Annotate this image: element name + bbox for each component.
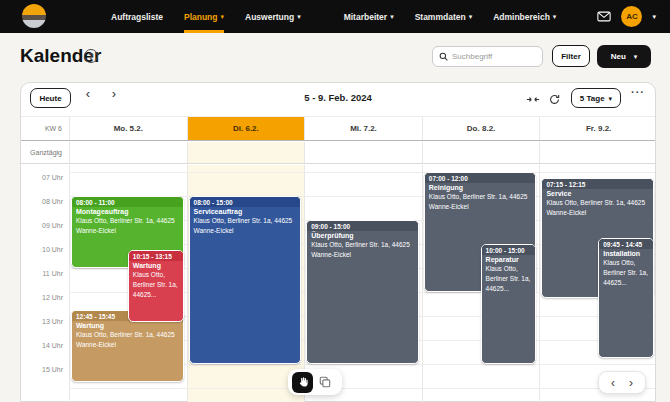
more-options-button[interactable]: ··· [631,86,645,98]
event-city: Wanne-Eickel [429,202,532,212]
mode-toolbar [288,369,342,395]
nav-item-stammdaten[interactable]: Stammdaten▾ [415,0,473,33]
top-nav: AuftragslistePlanung▾Auswertung▾Mitarbei… [0,0,670,33]
nav-item-planung[interactable]: Planung▾ [184,0,224,33]
help-icon[interactable]: ? [84,49,98,63]
nav-item-adminbereich[interactable]: Adminbereich▾ [493,0,556,33]
day-header-mo[interactable]: Mo. 5.2. [69,117,187,140]
nav-item-auftragsliste[interactable]: Auftragsliste [111,0,163,33]
day-header-mi[interactable]: Mi. 7.2. [304,117,422,140]
time-label: 13 Uhr [21,318,63,325]
collapse-icon[interactable] [526,91,540,109]
event-address: Klaus Otto, Berliner Str. 1a, 44625 [546,198,649,208]
column-divider [69,165,70,402]
time-label: 14 Uhr [21,342,63,349]
search-box [432,46,543,67]
pager-next-button[interactable]: › [629,377,633,389]
event-address: Klaus Otto, Berliner Str. 1a, 44625... [603,258,649,287]
nav-item-auswertung[interactable]: Auswertung▾ [245,0,301,33]
column-divider [304,165,305,402]
app-logo[interactable] [22,4,46,28]
calendar-panel: Heute ‹ › 5 - 9. Feb. 2024 5 Tage ▾ ··· … [20,82,656,402]
event-title: Serviceauftrag [194,208,297,215]
filter-button[interactable]: Filter [552,45,590,67]
event-title: Service [546,190,649,197]
user-avatar[interactable]: AC [621,6,642,27]
event-address: Klaus Otto, Berliner Str. 1a, 44625 [311,240,414,250]
event-wartung[interactable]: 10:15 - 13:15WartungKlaus Otto, Berliner… [128,250,184,322]
nav-item-label: Stammdaten [415,12,466,22]
event-time: 09:45 - 14:45 [599,239,653,249]
event-title: Überprüfung [311,232,414,239]
allday-label: Ganztägig [21,142,69,163]
view-select-caret-icon: ▾ [609,95,613,102]
day-header-do[interactable]: Do. 8.2. [422,117,540,140]
event-address: Klaus Otto, Berliner Str. 1a, 44625... [133,270,179,299]
allday-slot[interactable] [304,142,422,163]
allday-slot[interactable] [187,142,305,163]
page-header: Kalender ? Filter Neu ▾ [0,33,670,79]
event-address: Klaus Otto, Berliner Str. 1a, 44625 [429,192,532,202]
event-city: Wanne-Eickel [546,208,649,218]
time-label: 08 Uhr [21,198,63,205]
allday-slot[interactable] [422,142,540,163]
event-address: Klaus Otto, Berliner Str. 1a, 44625... [486,264,532,293]
event-time: 07:15 - 12:15 [542,179,653,189]
day-header-fr[interactable]: Fr. 9.2. [539,117,657,140]
allday-slot[interactable] [539,142,657,163]
time-label: 10 Uhr [21,246,63,253]
chevron-down-icon: ▾ [390,13,394,20]
time-label: 11 Uhr [21,270,63,277]
nav-item-label: Auftragsliste [111,12,163,22]
new-button-caret-icon: ▾ [634,53,638,60]
mail-icon[interactable] [597,11,611,22]
event-address: Klaus Otto, Berliner Str. 1a, 44625 [194,216,297,226]
time-grid: 07 Uhr08 Uhr09 Uhr10 Uhr11 Uhr12 Uhr13 U… [21,165,655,402]
view-select-label: 5 Tage [580,94,605,103]
nav-item-label: Planung [184,12,218,22]
event-title: Montageauftrag [76,208,179,215]
event-time: 08:00 - 15:00 [190,197,301,207]
event-address: Klaus Otto, Berliner Str. 1a, 44625 [76,216,179,226]
chevron-down-icon: ▾ [469,13,473,20]
column-divider [422,165,423,402]
event-title: Installation [603,250,649,257]
event-serviceauftrag[interactable]: 08:00 - 15:00ServiceauftragKlaus Otto, B… [189,196,302,364]
time-label: 09 Uhr [21,222,63,229]
event-überprüfung[interactable]: 09:00 - 15:00ÜberprüfungKlaus Otto, Berl… [306,220,419,364]
event-title: Wartung [76,322,179,329]
hour-line [69,172,655,173]
chevron-down-icon: ▾ [553,13,557,20]
event-time: 08:00 - 11:00 [72,197,183,207]
week-number: KW 6 [21,117,69,140]
event-address: Klaus Otto, Berliner Str. 1a, 44625 [76,330,179,340]
nav-item-mitarbeiter[interactable]: Mitarbeiter▾ [344,0,394,33]
event-installation[interactable]: 09:45 - 14:45InstallationKlaus Otto, Ber… [598,238,654,358]
calendar-pager: ‹ › [598,371,646,394]
event-city: Wanne-Eickel [76,226,179,236]
day-header-row: KW 6 Mo. 5.2.Di. 6.2.Mi. 7.2.Do. 8.2.Fr.… [21,116,655,141]
event-time: 10:15 - 13:15 [129,251,183,261]
pan-tool-button[interactable] [292,372,313,393]
search-input[interactable] [452,52,532,61]
new-button[interactable]: Neu ▾ [597,45,651,68]
view-select[interactable]: 5 Tage ▾ [571,88,621,108]
calendar-toolbar: Heute ‹ › 5 - 9. Feb. 2024 5 Tage ▾ ··· [21,83,655,114]
new-button-label: Neu [611,52,626,61]
refresh-icon[interactable] [549,91,560,109]
day-header-di[interactable]: Di. 6.2. [187,117,305,140]
main-menu: AuftragslistePlanung▾Auswertung▾Mitarbei… [111,0,556,33]
chevron-down-icon: ▾ [297,13,301,20]
event-time: 07:00 - 12:00 [425,173,536,183]
allday-slot[interactable] [69,142,187,163]
copy-tool-button[interactable] [319,376,331,388]
column-divider [187,165,188,402]
allday-row: Ganztägig [21,142,655,164]
nav-item-label: Mitarbeiter [344,12,387,22]
pager-prev-button[interactable]: ‹ [611,377,615,389]
event-title: Reparatur [486,256,532,263]
event-reparatur[interactable]: 10:00 - 15:00ReparaturKlaus Otto, Berlin… [481,244,537,364]
time-label: 07 Uhr [21,174,63,181]
event-title: Reinigung [429,184,532,191]
avatar-menu-caret-icon[interactable]: ▾ [652,13,656,20]
